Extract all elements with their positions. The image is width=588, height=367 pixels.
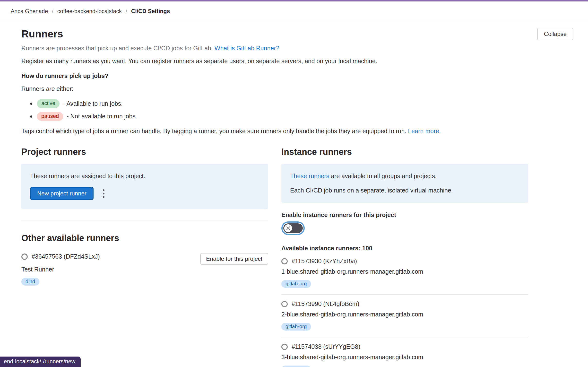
paused-badge-description: - Not available to run jobs. — [67, 113, 137, 120]
divider — [21, 220, 268, 220]
instance-runner-row: #11573930 (KzYhZxBvi) 1-blue.shared-gitl… — [281, 252, 528, 295]
runner-id-link[interactable]: #11573990 (NL4gfoBem) — [292, 300, 359, 307]
breadcrumb-separator: / — [52, 8, 53, 15]
list-item: active - Available to run jobs. — [21, 99, 573, 108]
runner-status-icon — [281, 301, 288, 307]
other-available-runners-title: Other available runners — [21, 233, 268, 243]
how-runners-pick-up-jobs-title: How do runners pick up jobs? — [21, 72, 573, 79]
instance-runners-toggle[interactable] — [283, 223, 303, 233]
breadcrumb-item-user[interactable]: Anca Ghenade — [11, 8, 48, 15]
instance-runner-row: #11574038 (sUrYYgEG8) 3-blue.shared-gitl… — [281, 337, 528, 367]
browser-status-bar-url: end-localstack/-/runners/new — [0, 357, 81, 367]
runners-intro-text: Runners are processes that pick up and e… — [21, 45, 213, 52]
breadcrumb-bar: Anca Ghenade / coffee-backend-localstack… — [0, 1, 588, 21]
runner-id-link[interactable]: #11574038 (sUrYYgEG8) — [292, 343, 360, 350]
breadcrumb: Anca Ghenade / coffee-backend-localstack… — [11, 8, 170, 15]
runners-section-title: Runners — [21, 28, 63, 40]
runner-tag[interactable]: gitlab-org — [281, 366, 311, 367]
enable-instance-runners-label: Enable instance runners for this project — [281, 211, 528, 218]
runner-description: 3-blue.shared-gitlab-org.runners-manager… — [281, 354, 528, 361]
close-icon — [286, 226, 290, 230]
project-runners-title: Project runners — [21, 147, 268, 157]
instance-runners-info-text2: Each CI/CD job runs on a separate, isola… — [290, 187, 519, 194]
runner-description: Test Runner — [21, 266, 100, 273]
cicd-settings-page: Runners Collapse Runners are processes t… — [0, 21, 588, 367]
runner-status-icon — [281, 258, 288, 264]
runner-tag[interactable]: gitlab-org — [281, 280, 311, 288]
instance-runners-title: Instance runners — [281, 147, 528, 157]
new-project-runner-button[interactable]: New project runner — [30, 187, 94, 200]
instance-runner-list: #11573930 (KzYhZxBvi) 1-blue.shared-gitl… — [281, 252, 528, 367]
list-item: paused - Not available to run jobs. — [21, 112, 573, 121]
breadcrumb-item-project[interactable]: coffee-backend-localstack — [57, 8, 122, 15]
runner-id-link[interactable]: #11573930 (KzYhZxBvi) — [292, 258, 357, 265]
project-runners-info-text: These runners are assigned to this proje… — [30, 173, 259, 180]
project-runners-info-box: These runners are assigned to this proje… — [21, 164, 268, 209]
instance-runners-column: Instance runners These runners are avail… — [281, 147, 528, 367]
runner-status-icon — [21, 253, 28, 260]
register-runners-text: Register as many runners as you want. Yo… — [21, 58, 573, 65]
breadcrumb-separator: / — [126, 8, 127, 15]
instance-runners-info-text: are available to all groups and projects… — [329, 173, 437, 179]
ellipsis-vertical-icon — [103, 189, 104, 198]
runner-description: 2-blue.shared-gitlab-org.runners-manager… — [281, 311, 528, 318]
instance-runners-info-box: These runners are available to all group… — [281, 164, 528, 203]
these-runners-link[interactable]: These runners — [290, 173, 329, 179]
active-badge-description: - Available to run jobs. — [63, 100, 123, 107]
learn-more-link[interactable]: Learn more. — [408, 128, 441, 134]
active-badge: active — [37, 99, 60, 108]
tags-description-text: Tags control which type of jobs a runner… — [21, 128, 406, 134]
toggle-knob — [284, 224, 292, 232]
project-runner-actions-button[interactable] — [101, 188, 106, 199]
runner-tag[interactable]: dind — [21, 278, 39, 286]
runner-state-list: active - Available to run jobs. paused -… — [21, 99, 573, 121]
breadcrumb-item-current: CI/CD Settings — [131, 8, 170, 15]
project-runners-column: Project runners These runners are assign… — [21, 147, 268, 367]
paused-badge: paused — [37, 112, 63, 121]
enable-for-this-project-button[interactable]: Enable for this project — [200, 253, 268, 265]
runner-tag[interactable]: gitlab-org — [281, 323, 311, 331]
runner-status-icon — [281, 344, 288, 350]
runners-are-either-text: Runners are either: — [21, 85, 573, 92]
available-instance-runners-count: Available instance runners: 100 — [281, 245, 528, 252]
collapse-button[interactable]: Collapse — [537, 28, 573, 40]
runner-description: 1-blue.shared-gitlab-org.runners-manager… — [281, 268, 528, 275]
available-runner-row: #36457563 (DFZd4SLxJ) Test Runner dind E… — [21, 253, 268, 286]
runner-id-link[interactable]: #36457563 (DFZd4SLxJ) — [32, 253, 100, 260]
what-is-gitlab-runner-link[interactable]: What is GitLab Runner? — [215, 45, 279, 52]
instance-runner-row: #11573990 (NL4gfoBem) 2-blue.shared-gitl… — [281, 295, 528, 337]
